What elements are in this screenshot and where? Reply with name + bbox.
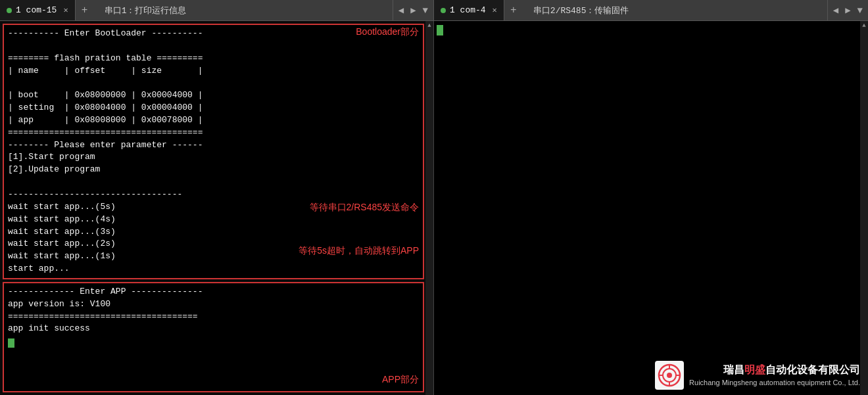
left-nav-next[interactable]: ▶	[408, 3, 418, 17]
tab-dot	[7, 8, 12, 13]
company-name: 瑞昌明盛自动化设备有限公司	[689, 363, 860, 377]
tab-right-1[interactable]: 1 com-4 ✕	[434, 0, 504, 20]
right-nav-next[interactable]: ▶	[842, 3, 853, 17]
tab-bar: 1 com-15 ✕ + 串口1：打印运行信息 ◀ ▶ ▼ 1 com-4 ✕ …	[0, 0, 868, 21]
company-name-part1: 瑞昌	[723, 364, 744, 375]
right-terminal[interactable]	[434, 21, 868, 395]
right-scrollbar[interactable]: ▲	[860, 21, 868, 395]
left-terminal-area[interactable]: ---------- Enter BootLoader ---------- =…	[0, 21, 433, 395]
company-name-part2: 自动化设备有限公司	[765, 364, 860, 375]
right-nav-prev[interactable]: ◀	[831, 3, 841, 17]
app-section: ------------- Enter APP -------------- a…	[3, 282, 424, 392]
main-content: ---------- Enter BootLoader ---------- =…	[0, 21, 868, 395]
right-cursor	[437, 25, 443, 35]
company-sub: Ruichang Mingsheng automation equipment …	[689, 378, 860, 388]
annotation-app: APP部分	[382, 374, 419, 386]
company-name-highlight: 明盛	[744, 364, 765, 375]
left-panel: ---------- Enter BootLoader ---------- =…	[0, 21, 434, 395]
logo-text: 瑞昌明盛自动化设备有限公司 Ruichang Mingsheng automat…	[689, 363, 860, 388]
right-nav-more[interactable]: ▼	[855, 4, 865, 17]
tab-add-left[interactable]: +	[76, 0, 94, 20]
tab-right-1-label: 1 com-4	[450, 5, 486, 15]
annotation-bootloader: Bootloader部分	[356, 26, 419, 38]
left-tab-nav: ◀ ▶ ▼	[393, 3, 433, 17]
scroll-up-icon[interactable]: ▲	[427, 22, 431, 29]
right-panel: 瑞昌明盛自动化设备有限公司 Ruichang Mingsheng automat…	[434, 21, 868, 395]
svg-point-3	[667, 373, 672, 378]
left-nav-more[interactable]: ▼	[420, 4, 431, 17]
left-panel-title: 串口1：打印运行信息	[94, 0, 393, 20]
tab-right-dot	[441, 8, 446, 13]
annotation-wait: 等待串口2/RS485发送命令	[310, 202, 419, 214]
company-logo-icon	[655, 361, 684, 390]
tab-left-1-label: 1 com-15	[16, 5, 57, 15]
annotation-timeout: 等待5s超时，自动跳转到APP	[299, 245, 419, 257]
app-text: ------------- Enter APP -------------- a…	[8, 286, 419, 348]
logo-area: 瑞昌明盛自动化设备有限公司 Ruichang Mingsheng automat…	[655, 361, 860, 390]
bootloader-section: ---------- Enter BootLoader ---------- =…	[3, 24, 424, 279]
tab-add-right[interactable]: +	[504, 0, 523, 20]
bootloader-text: ---------- Enter BootLoader ---------- =…	[8, 28, 419, 275]
left-scrollbar[interactable]: ▲	[425, 21, 433, 395]
tab-right-close-icon[interactable]: ✕	[493, 5, 497, 15]
right-tab-nav: ◀ ▶ ▼	[828, 3, 868, 17]
right-scroll-up-icon[interactable]: ▲	[862, 22, 865, 29]
right-panel-title: 串口2/RS485：传输固件	[523, 0, 828, 20]
tab-left-1[interactable]: 1 com-15 ✕	[0, 0, 76, 20]
left-nav-prev[interactable]: ◀	[396, 3, 406, 17]
tab-close-icon[interactable]: ✕	[63, 5, 68, 15]
